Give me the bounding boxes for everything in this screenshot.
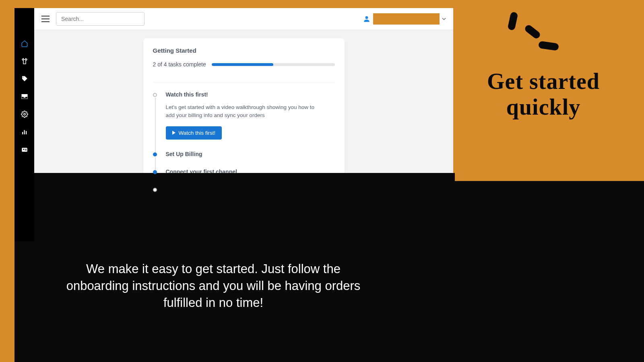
task-marker-incomplete (153, 93, 157, 97)
hamburger-icon[interactable] (41, 16, 50, 22)
svg-rect-4 (24, 130, 25, 135)
sidebar-inbox-icon[interactable] (21, 93, 29, 101)
user-icon (363, 15, 371, 23)
task-marker-complete (153, 170, 157, 174)
search-input[interactable] (56, 12, 144, 26)
svg-rect-5 (26, 131, 27, 134)
svg-rect-9 (25, 150, 27, 150)
marketing-body: We make it easy to get started. Just fol… (60, 261, 366, 311)
svg-rect-3 (22, 132, 23, 134)
card-title: Getting Started (153, 47, 335, 54)
sidebar-tag-icon[interactable] (21, 75, 29, 83)
topbar (34, 8, 453, 30)
task-watch-first[interactable]: Watch this first! Let's get started with… (153, 91, 335, 151)
task-title: Watch this first! (166, 91, 335, 98)
progress-row: 2 of 4 tasks complete (153, 61, 335, 75)
sidebar (14, 8, 34, 241)
svg-point-2 (23, 113, 25, 115)
task-marker-incomplete (153, 188, 157, 192)
progress-bar (212, 63, 335, 66)
user-menu[interactable] (363, 13, 446, 25)
progress-text: 2 of 4 tasks complete (153, 61, 206, 68)
play-icon (172, 131, 175, 135)
watch-first-button[interactable]: Watch this first! (166, 126, 222, 140)
sidebar-idcard-icon[interactable] (21, 146, 29, 154)
sidebar-shirt-icon[interactable] (21, 57, 29, 65)
svg-point-7 (23, 149, 24, 150)
marketing-headline: Get started quickly (459, 68, 628, 120)
svg-rect-6 (22, 148, 27, 152)
progress-fill (212, 63, 273, 66)
svg-rect-8 (25, 149, 27, 150)
accent-marks (491, 12, 572, 60)
sidebar-home-icon[interactable] (21, 39, 29, 47)
task-desc: Let's get started with a video walkthrou… (166, 103, 315, 120)
chevron-down-icon (442, 17, 446, 21)
task-title: Set Up Billing (166, 151, 335, 157)
user-name-badge (373, 13, 440, 25)
sidebar-settings-icon[interactable] (21, 110, 29, 118)
task-marker-complete (153, 152, 157, 156)
task-setup-billing[interactable]: Set Up Billing (153, 151, 335, 169)
svg-point-0 (365, 16, 368, 19)
wave-divider (14, 173, 644, 245)
sidebar-chart-icon[interactable] (21, 128, 29, 136)
